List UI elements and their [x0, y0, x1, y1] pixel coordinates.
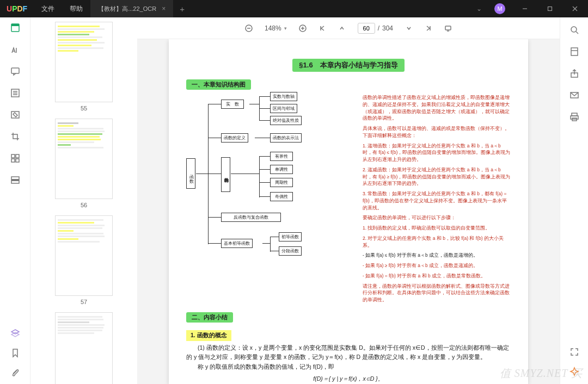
view-mode-icon[interactable]: [569, 47, 579, 57]
minimize-button[interactable]: [514, 0, 536, 17]
add-tab-button[interactable]: +: [173, 4, 191, 14]
page-input[interactable]: [358, 23, 375, 34]
zoom-in-button[interactable]: [299, 24, 307, 32]
menu-file[interactable]: 文件: [34, 4, 62, 14]
close-button[interactable]: [564, 0, 586, 17]
share-icon[interactable]: [569, 69, 579, 78]
attachment-icon[interactable]: [10, 368, 20, 377]
heading-1: 一、本章知识结构图: [186, 79, 251, 90]
svg-point-25: [571, 27, 577, 32]
thumbnail-55[interactable]: 55: [55, 22, 113, 114]
thumbnail-label: 56: [55, 199, 113, 211]
redact-icon[interactable]: [10, 175, 20, 185]
section-title: §1.6 本章内容小结与学习指导: [292, 59, 404, 72]
subheading-1: 1. 函数的概念: [186, 330, 231, 341]
zoom-dropdown-icon[interactable]: ▾: [284, 26, 287, 31]
svg-rect-27: [571, 48, 578, 55]
svg-rect-14: [11, 159, 15, 162]
print-icon[interactable]: [569, 112, 579, 122]
svg-rect-1: [548, 7, 552, 11]
page-content: §1.6 本章内容小结与学习指导 一、本章知识结构图 函 数 实 数 实数与数轴…: [169, 39, 528, 384]
watermark: 值 SMYZ.NET 买: [500, 366, 583, 381]
thumbnail-58[interactable]: 58: [55, 312, 113, 384]
svg-rect-32: [571, 116, 578, 119]
organize-icon[interactable]: [10, 153, 20, 163]
svg-rect-6: [11, 68, 19, 73]
page-total: 304: [382, 24, 393, 32]
zoom-value: 148%: [265, 24, 281, 32]
document-tab[interactable]: 【教材】高...22_OCR ×: [90, 0, 173, 17]
email-icon[interactable]: [569, 90, 579, 100]
thumbnail-label: 55: [55, 102, 113, 114]
svg-rect-11: [11, 112, 19, 118]
right-tool-strip: [560, 17, 588, 384]
prev-page-button[interactable]: [338, 24, 346, 32]
thumbnail-56[interactable]: 56: [55, 119, 113, 211]
heading-2: 二、内容小结: [186, 312, 233, 323]
first-page-button[interactable]: [318, 24, 326, 32]
svg-rect-15: [16, 159, 19, 162]
thumbnail-label: 57: [55, 296, 113, 308]
last-page-button[interactable]: [425, 24, 432, 32]
page-sep: /: [378, 24, 379, 32]
thumbnail-57[interactable]: 57: [55, 215, 113, 308]
app-logo: UPDF: [0, 4, 34, 13]
annotate-icon[interactable]: [10, 45, 20, 54]
svg-rect-12: [11, 154, 15, 158]
layers-icon[interactable]: [10, 329, 20, 338]
chevron-down-icon[interactable]: ⌄: [473, 5, 486, 13]
present-button[interactable]: [444, 24, 452, 32]
menu-help[interactable]: 帮助: [62, 4, 90, 14]
edit-icon[interactable]: [10, 110, 20, 120]
svg-rect-5: [11, 24, 19, 26]
bookmark-icon[interactable]: [10, 348, 20, 358]
next-page-button[interactable]: [405, 24, 413, 32]
search-icon[interactable]: [569, 25, 579, 35]
svg-rect-23: [445, 26, 451, 30]
comment-icon[interactable]: [10, 66, 20, 76]
tab-title: 【教材】高...22_OCR: [98, 5, 156, 13]
close-icon[interactable]: ×: [162, 5, 166, 13]
form-icon[interactable]: [10, 88, 20, 98]
concept-diagram: 函 数 实 数 实数与数轴 区间与邻域 绝对值及性质 函数的定义 函数的: [186, 94, 355, 246]
page-toolbar: 148% ▾ / 304: [137, 17, 560, 39]
zoom-out-button[interactable]: [245, 24, 253, 32]
crop-icon[interactable]: [10, 132, 20, 141]
expand-icon[interactable]: [569, 347, 579, 357]
maximize-button[interactable]: [539, 0, 561, 17]
avatar[interactable]: M: [494, 3, 505, 14]
svg-line-26: [576, 32, 578, 34]
left-tool-strip: [0, 17, 30, 384]
svg-rect-17: [11, 179, 19, 181]
thumbnail-panel: 55 56 57 58: [30, 17, 137, 384]
thumbnails-icon[interactable]: [10, 23, 20, 33]
svg-rect-13: [16, 154, 19, 158]
annotation-text: 函数的单调性描述了函数在定义域上的增减性质，即函数图像是递增的、递减的还是保持不…: [363, 94, 511, 307]
